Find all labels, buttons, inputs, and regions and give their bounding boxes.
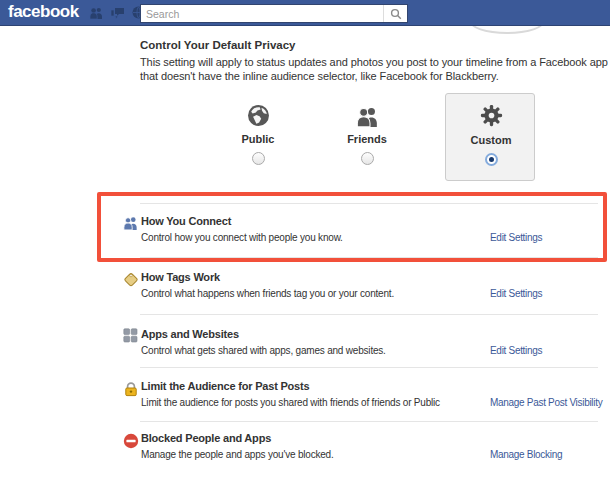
section-description: Limit the audience for posts you shared … (141, 397, 440, 408)
section-title: How Tags Work (141, 271, 220, 283)
divider (140, 314, 598, 315)
section-action-link[interactable]: Manage Past Post Visibility (490, 397, 602, 408)
search-input[interactable] (141, 6, 383, 21)
top-navbar: facebook (0, 0, 610, 26)
friend-requests-icon[interactable] (89, 6, 104, 20)
section-action-link[interactable]: Edit Settings (490, 232, 542, 243)
tag-icon (122, 270, 139, 287)
section-title: Limit the Audience for Past Posts (141, 380, 309, 392)
option-label-custom: Custom (456, 134, 526, 146)
option-label-friends: Friends (332, 133, 402, 145)
page-description: This setting will apply to status update… (140, 55, 610, 83)
globe-icon (223, 99, 293, 127)
navbar-icons (89, 6, 146, 20)
divider (140, 421, 598, 422)
radio-custom-selected[interactable] (485, 153, 498, 166)
radio-friends[interactable] (361, 152, 374, 165)
section-description: Control how you connect with people you … (141, 232, 343, 243)
section-action-link[interactable]: Edit Settings (490, 288, 542, 299)
section-action-link[interactable]: Edit Settings (490, 345, 542, 356)
search-icon[interactable] (383, 5, 407, 22)
section-title: Apps and Websites (141, 328, 239, 340)
privacy-option-public[interactable]: Public (223, 99, 293, 165)
page-title: Control Your Default Privacy (140, 39, 296, 51)
facebook-logo[interactable]: facebook (8, 2, 79, 22)
divider (140, 203, 598, 204)
section-description: Manage the people and apps you've blocke… (141, 449, 334, 460)
privacy-option-custom[interactable]: Custom (456, 100, 526, 166)
divider (140, 257, 598, 258)
block-icon (122, 432, 139, 449)
gear-icon (456, 100, 526, 128)
section-title: How You Connect (141, 215, 231, 227)
radio-public[interactable] (252, 152, 265, 165)
section-description: Control what happens when friends tag yo… (141, 288, 394, 299)
friends-icon (332, 99, 402, 127)
section-title: Blocked People and Apps (141, 432, 271, 444)
apps-grid-icon (122, 327, 139, 344)
people-icon (122, 214, 139, 231)
section-action-link[interactable]: Manage Blocking (490, 449, 562, 460)
search-box (140, 4, 408, 23)
divider (140, 367, 598, 368)
privacy-option-custom-selected[interactable]: Custom (445, 93, 535, 181)
privacy-option-friends[interactable]: Friends (332, 99, 402, 165)
privacy-settings-page: { "navbar": { "logo": "facebook", "searc… (0, 0, 610, 488)
lock-icon (122, 380, 139, 397)
option-label-public: Public (223, 133, 293, 145)
messages-icon[interactable] (110, 6, 125, 20)
section-description: Control what gets shared with apps, game… (141, 345, 386, 356)
